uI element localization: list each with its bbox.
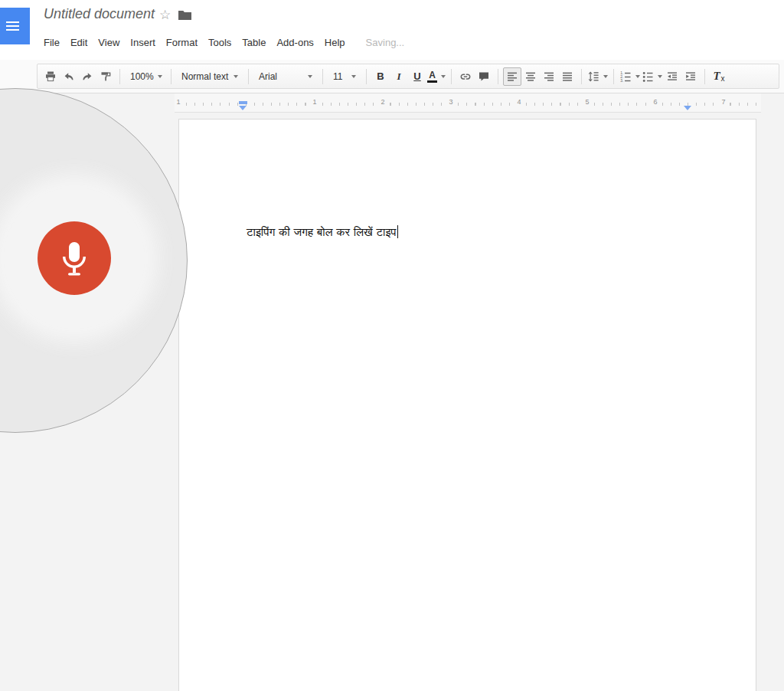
document-title[interactable]: Untitled document (44, 6, 155, 22)
ruler-inch-label: 5 (583, 99, 590, 106)
link-icon (459, 70, 472, 83)
print-icon (44, 70, 57, 83)
comment-icon (478, 70, 490, 83)
insert-comment-button[interactable] (475, 67, 493, 86)
redo-icon (81, 70, 93, 83)
hamburger-icon (6, 21, 30, 23)
undo-button[interactable] (60, 67, 78, 86)
toolbar-separator (613, 69, 614, 84)
justify-button[interactable] (558, 67, 577, 86)
document-paragraph[interactable]: टाइपिंग की जगह बोल कर लिखें टाइप (247, 224, 398, 241)
toolbar-separator (366, 69, 367, 84)
caret-down-icon (658, 75, 662, 80)
ruler-inch-label: 1 (311, 99, 318, 106)
caret-down-icon (234, 75, 238, 80)
align-center-icon (524, 70, 537, 83)
text-color-button[interactable]: A (426, 67, 446, 86)
font-value: Arial (259, 71, 277, 82)
text-cursor (397, 225, 399, 238)
zoom-value: 100% (130, 71, 154, 82)
toolbar-separator (704, 69, 705, 84)
right-indent-marker[interactable] (684, 106, 691, 110)
left-indent-marker[interactable] (239, 106, 247, 110)
toolbar-separator (581, 69, 582, 84)
font-size-value: 11 (333, 71, 342, 82)
menu-edit[interactable]: Edit (65, 34, 93, 51)
document-page[interactable]: टाइपिंग की जगह बोल कर लिखें टाइप (178, 119, 756, 691)
folder-icon-glyph (178, 10, 191, 20)
print-button[interactable] (41, 67, 60, 86)
voice-typing-mic-button[interactable] (38, 221, 111, 295)
hamburger-icon (6, 29, 30, 31)
numbered-list-dropdown[interactable]: 1.2.3. (619, 67, 641, 86)
bold-button[interactable]: B (371, 67, 390, 86)
toolbar-separator (171, 69, 172, 84)
underline-button[interactable]: U (408, 67, 426, 86)
paint-format-button[interactable] (96, 67, 115, 86)
svg-text:3.: 3. (620, 78, 623, 83)
increase-indent-button[interactable] (681, 67, 700, 86)
line-spacing-icon (587, 70, 599, 83)
star-icon[interactable]: ☆ (159, 7, 171, 23)
toolbar-separator (498, 69, 498, 84)
menu-insert[interactable]: Insert (125, 34, 161, 51)
first-line-indent-marker[interactable] (239, 101, 247, 104)
menu-bar: File Edit View Insert Format Tools Table… (38, 34, 404, 51)
styles-dropdown[interactable]: Normal text (176, 67, 243, 86)
caret-down-icon (158, 75, 162, 80)
ruler-inch-label: 4 (515, 99, 522, 106)
caret-down-icon (635, 75, 640, 80)
align-center-button[interactable] (521, 67, 540, 86)
toolbar-separator (451, 69, 452, 84)
bulleted-list-icon (642, 70, 654, 83)
menu-table[interactable]: Table (237, 34, 271, 51)
caret-down-icon (441, 75, 446, 80)
menu-addons[interactable]: Add-ons (271, 34, 318, 51)
menu-tools[interactable]: Tools (203, 34, 237, 51)
microphone-icon (56, 240, 93, 277)
numbered-list-icon: 1.2.3. (619, 70, 632, 83)
underline-icon: U (413, 70, 420, 82)
clear-formatting-icon: T (713, 70, 720, 83)
menu-help[interactable]: Help (319, 34, 351, 51)
folder-icon[interactable] (178, 10, 191, 20)
titlebar: Untitled document ☆ File Edit View Inser… (0, 0, 784, 60)
redo-button[interactable] (78, 67, 96, 86)
toolbar-separator (322, 69, 323, 84)
italic-button[interactable]: I (390, 67, 408, 86)
menu-format[interactable]: Format (161, 34, 203, 51)
menu-file[interactable]: File (38, 34, 65, 51)
ruler-inch-label: 1 (175, 99, 181, 106)
increase-indent-icon (684, 70, 697, 83)
justify-icon (561, 70, 573, 83)
font-dropdown[interactable]: Arial (253, 67, 318, 86)
insert-link-button[interactable] (456, 67, 475, 86)
zoom-dropdown[interactable]: 100% (125, 67, 166, 86)
line-spacing-dropdown[interactable] (586, 67, 609, 86)
text-color-icon: A (427, 70, 437, 83)
ruler-strip (175, 93, 761, 113)
docs-home-button[interactable] (0, 8, 30, 44)
paint-format-icon (100, 70, 112, 83)
toolbar-buttons: 100% Normal text Arial 11 B I U (37, 64, 779, 89)
caret-down-icon (351, 75, 356, 80)
decrease-indent-button[interactable] (663, 67, 681, 86)
font-size-dropdown[interactable]: 11 (328, 67, 361, 86)
bulleted-list-dropdown[interactable] (641, 67, 663, 86)
document-text[interactable]: टाइपिंग की जगह बोल कर लिखें टाइप (247, 225, 397, 239)
align-right-icon (543, 70, 555, 83)
ruler-inch-label: 3 (447, 99, 454, 106)
ruler-inch-label: 7 (720, 99, 727, 106)
undo-icon (63, 70, 75, 83)
google-docs-app: { "header": { "title": "Untitled documen… (0, 0, 784, 691)
align-left-button[interactable] (503, 67, 521, 86)
clear-formatting-button[interactable]: T x (710, 67, 728, 86)
menu-view[interactable]: View (93, 34, 125, 51)
ruler-ticks (178, 103, 758, 106)
toolbar: 100% Normal text Arial 11 B I U (0, 60, 784, 93)
toolbar-separator (248, 69, 249, 84)
align-right-button[interactable] (540, 67, 558, 86)
bold-icon: B (377, 70, 384, 82)
caret-down-icon (603, 75, 608, 80)
decrease-indent-icon (666, 70, 678, 83)
